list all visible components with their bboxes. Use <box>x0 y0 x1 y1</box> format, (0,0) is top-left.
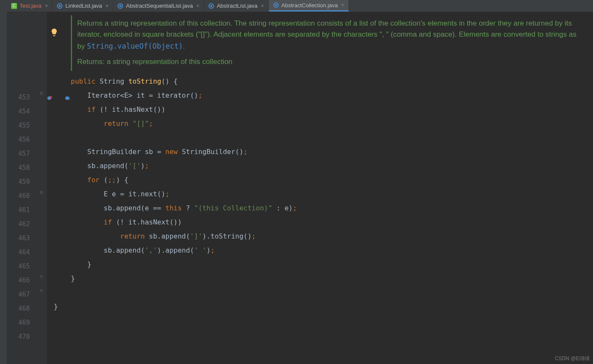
code-line[interactable]: sb.append(',').append(' '); <box>71 243 593 257</box>
gutter[interactable]: 453 454 455 456 457 458 459 460 461 462 … <box>7 12 37 364</box>
code-line[interactable]: sb.append('['); <box>71 159 593 173</box>
tab-label: AbstractList.java <box>217 3 257 9</box>
line-number[interactable]: 455 <box>7 119 37 133</box>
line-number[interactable]: 466 <box>7 274 37 288</box>
code-line[interactable]: for (;;) { <box>71 173 593 187</box>
code-line[interactable]: return "[]"; <box>71 116 593 131</box>
svg-point-5 <box>210 5 212 7</box>
code-line[interactable]: return sb.append(']').toString(); <box>71 229 593 243</box>
line-number[interactable]: 460 <box>7 189 37 203</box>
javadoc-body: Returns a string representation of this … <box>77 19 576 50</box>
code-line[interactable]: E e = it.next(); <box>71 187 593 201</box>
editor-scrollbar[interactable] <box>587 12 593 364</box>
line-number[interactable]: 461 <box>7 203 37 217</box>
line-number[interactable]: 463 <box>7 231 37 245</box>
tab-abstractcollection[interactable]: AbstractCollection.java × <box>269 0 349 12</box>
javadoc-rendered: Returns a string representation of this … <box>71 15 583 71</box>
svg-point-3 <box>119 5 122 7</box>
tab-test[interactable]: C Test.java × <box>7 0 52 12</box>
line-number[interactable]: 453 <box>7 90 37 105</box>
fold-handle-icon[interactable]: ⊟ <box>38 189 44 195</box>
code-line[interactable]: public String toString() { <box>71 74 593 88</box>
watermark: CSDN @E绵绵 <box>555 355 590 362</box>
line-number[interactable]: 468 <box>7 302 37 316</box>
code-line[interactable]: sb.append(e == this ? "(this Collection)… <box>71 201 593 215</box>
tab-label: Test.java <box>20 3 41 9</box>
close-icon[interactable]: × <box>261 3 264 9</box>
line-number[interactable]: 462 <box>7 217 37 231</box>
project-tool-stripe[interactable] <box>0 0 7 364</box>
editor-tabs: C Test.java × LinkedList.java × Abstract… <box>7 0 593 12</box>
line-number[interactable]: 464 <box>7 245 37 259</box>
svg-point-1 <box>59 5 61 7</box>
code-line[interactable] <box>71 131 593 145</box>
fold-end-icon[interactable]: ⊓ <box>38 288 44 294</box>
java-class-icon: C <box>11 3 17 9</box>
close-icon[interactable]: × <box>105 3 108 9</box>
fold-end-icon[interactable]: ⊓ <box>38 274 44 280</box>
tab-label: AbstractSequentialList.java <box>126 3 193 9</box>
code-line[interactable]: StringBuilder sb = new StringBuilder(); <box>71 145 593 159</box>
close-icon[interactable]: × <box>45 3 48 9</box>
tab-abstractsequentiallist[interactable]: AbstractSequentialList.java × <box>113 0 204 12</box>
line-number[interactable]: 470 <box>7 330 37 344</box>
line-number[interactable]: 469 <box>7 316 37 330</box>
line-number[interactable]: 454 <box>7 105 37 119</box>
line-number[interactable]: 457 <box>7 147 37 161</box>
java-lib-class-icon <box>117 3 123 9</box>
fold-column: ⊟ ⊟ ⊓ ⊓ <box>37 12 47 364</box>
tab-linkedlist[interactable]: LinkedList.java × <box>52 0 113 12</box>
tab-abstractlist[interactable]: AbstractList.java × <box>204 0 268 12</box>
java-lib-class-icon <box>208 3 214 9</box>
javadoc-returns: Returns: a string representation of this… <box>77 56 578 67</box>
fold-handle-icon[interactable]: ⊟ <box>38 90 44 96</box>
code-area[interactable]: Returns a string representation of this … <box>47 12 593 364</box>
code-line[interactable]: } <box>71 271 593 285</box>
close-icon[interactable]: × <box>341 2 344 8</box>
java-lib-class-icon <box>57 3 63 9</box>
svg-point-7 <box>275 4 277 6</box>
line-number[interactable]: 456 <box>7 133 37 147</box>
java-lib-class-icon <box>273 2 279 8</box>
close-icon[interactable]: × <box>196 3 199 9</box>
code-line[interactable]: if (! it.hasNext()) <box>71 215 593 229</box>
code-line[interactable] <box>71 314 593 328</box>
javadoc-link[interactable]: String.valueOf(Object) <box>87 42 183 50</box>
line-number[interactable]: 458 <box>7 161 37 175</box>
code-line[interactable]: if (! it.hasNext()) <box>71 102 593 116</box>
code-line[interactable]: } <box>71 257 593 271</box>
code-line[interactable]: } <box>54 300 593 314</box>
code-line[interactable]: Iterator<E> it = iterator(); <box>71 88 593 102</box>
code-line[interactable] <box>71 285 593 300</box>
line-number[interactable]: 459 <box>7 175 37 189</box>
line-number[interactable]: 467 <box>7 288 37 302</box>
tab-label: LinkedList.java <box>65 3 102 9</box>
editor: 453 454 455 456 457 458 459 460 461 462 … <box>7 12 593 364</box>
tab-label: AbstractCollection.java <box>282 2 338 9</box>
intention-bulb-icon[interactable] <box>50 28 58 37</box>
line-number[interactable]: 465 <box>7 259 37 274</box>
